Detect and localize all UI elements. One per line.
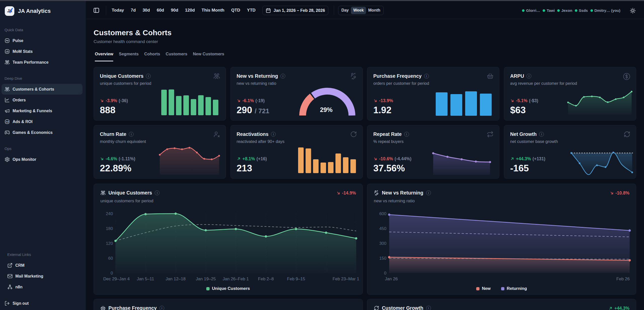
- svg-text:Jan 12–18: Jan 12–18: [166, 277, 185, 281]
- svg-text:180: 180: [106, 226, 113, 231]
- svg-text:0: 0: [111, 271, 113, 276]
- svg-text:240: 240: [106, 211, 113, 216]
- svg-text:Jan 19–25: Jan 19–25: [196, 277, 216, 281]
- svg-text:0: 0: [384, 271, 386, 276]
- svg-text:Jan 26–Feb 1: Jan 26–Feb 1: [223, 277, 249, 281]
- svg-text:Jan 26: Jan 26: [385, 277, 398, 281]
- svg-text:Dec 29–Jan 4: Dec 29–Jan 4: [103, 277, 130, 281]
- svg-text:120: 120: [106, 241, 113, 246]
- svg-text:29%: 29%: [320, 106, 332, 113]
- svg-text:450: 450: [379, 226, 386, 231]
- svg-text:300: 300: [379, 241, 386, 246]
- svg-text:Feb 23–Mar 1: Feb 23–Mar 1: [333, 277, 359, 281]
- svg-text:60: 60: [108, 256, 113, 261]
- svg-text:Feb 2–8: Feb 2–8: [258, 277, 274, 281]
- svg-text:150: 150: [379, 256, 386, 261]
- svg-text:600: 600: [379, 211, 386, 216]
- svg-text:Feb 9–15: Feb 9–15: [287, 277, 305, 281]
- svg-text:Feb 26: Feb 26: [616, 277, 630, 281]
- svg-text:Ad: Ad: [6, 121, 9, 123]
- svg-text:Jan 5–11: Jan 5–11: [137, 277, 154, 281]
